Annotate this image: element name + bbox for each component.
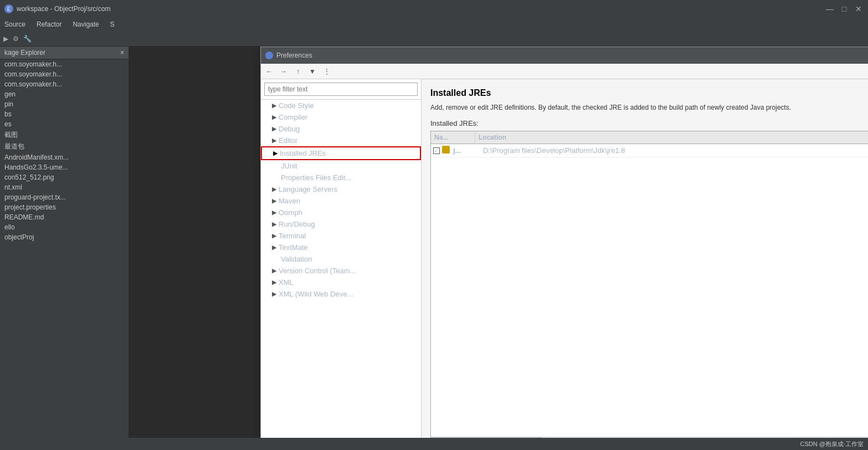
pe-item-15[interactable]: README.md bbox=[0, 212, 129, 222]
checkbox-checked-icon: ✓ bbox=[433, 147, 440, 154]
tree-item-textmate[interactable]: ▶ TextMate bbox=[261, 242, 421, 253]
jre-row-0[interactable]: ✓ j... D:\Program files\Develop\Platform… bbox=[431, 144, 868, 157]
window-title: workspace - ObjectProj/src/com bbox=[17, 5, 110, 13]
nav-forward-btn[interactable]: → bbox=[278, 65, 290, 78]
maximize-btn[interactable]: □ bbox=[839, 4, 849, 14]
nav-up-btn[interactable]: ↑ bbox=[292, 65, 304, 78]
nav-menu-btn[interactable]: ▼ bbox=[306, 65, 319, 78]
menu-bar: Source Refactor Navigate S bbox=[0, 18, 868, 31]
pe-item-5[interactable]: bs bbox=[0, 109, 129, 119]
toolbar-icon-1[interactable]: ▶ bbox=[2, 35, 9, 43]
pe-item-3[interactable]: gen bbox=[0, 89, 129, 99]
dialog-title-text: Preferences bbox=[276, 52, 312, 59]
tree-item-xml-wild[interactable]: ▶ XML (Wild Web Deve... bbox=[261, 288, 421, 300]
tree-item-validation[interactable]: Validation bbox=[261, 253, 421, 265]
pe-item-0[interactable]: com.soyomaker.h... bbox=[0, 59, 129, 69]
pe-item-14[interactable]: project.properties bbox=[0, 202, 129, 212]
tree-item-run-debug[interactable]: ▶ Run/Debug bbox=[261, 218, 421, 230]
nav-back-btn[interactable]: ← bbox=[263, 65, 275, 78]
tree-item-properties[interactable]: Properties Files Edit... bbox=[261, 172, 421, 183]
toolbar-icon-3[interactable]: 🔧 bbox=[22, 35, 33, 43]
jre-table-header: Na... Location bbox=[431, 131, 868, 144]
pe-item-2[interactable]: com.soyomaker.h... bbox=[0, 79, 129, 89]
dialog-title-bar: Preferences — □ ✕ bbox=[261, 47, 868, 64]
dialog-body: ▶ Code Style ▶ Compiler ▶ Debug bbox=[261, 79, 868, 438]
jre-table-scroll-h[interactable] bbox=[431, 437, 868, 438]
pref-tree: ▶ Code Style ▶ Compiler ▶ Debug bbox=[261, 79, 422, 438]
toolbar-icon-2[interactable]: ⚙ bbox=[12, 35, 20, 43]
jre-row-location: D:\Program files\Develop\Platform\Jdk\jr… bbox=[480, 144, 868, 157]
dialog-overlay: Preferences — □ ✕ ← → ↑ ▼ ⋮ bbox=[129, 47, 868, 438]
pe-item-1[interactable]: com.soyomaker.h... bbox=[0, 69, 129, 79]
close-btn[interactable]: ✕ bbox=[854, 4, 864, 14]
content-description: Add, remove or edit JRE definitions. By … bbox=[430, 103, 868, 113]
app-icon: E bbox=[4, 4, 13, 13]
content-title: Installed JREs bbox=[430, 88, 868, 98]
tree-item-oomph[interactable]: ▶ Oomph bbox=[261, 207, 421, 218]
dialog-title-icon bbox=[265, 52, 273, 59]
tree-item-xml[interactable]: ▶ XML bbox=[261, 277, 421, 288]
menu-navigate[interactable]: Navigate bbox=[70, 19, 101, 29]
package-explorer-close[interactable]: × bbox=[120, 49, 124, 57]
tree-item-terminal[interactable]: ▶ Terminal bbox=[261, 230, 421, 242]
tree-item-installed-jres[interactable]: ▶ Installed JREs bbox=[261, 146, 421, 160]
pe-item-4[interactable]: pin bbox=[0, 99, 129, 109]
menu-s[interactable]: S bbox=[108, 19, 117, 29]
status-bar: CSDN @孢泉成·工作室 bbox=[0, 438, 868, 450]
dialog-nav-bar: ← → ↑ ▼ ⋮ bbox=[261, 64, 868, 79]
jre-row-icon bbox=[442, 146, 452, 156]
jre-table-wrapper: Na... Location ✓ bbox=[430, 131, 868, 438]
tree-scroll-area[interactable]: ▶ Code Style ▶ Compiler ▶ Debug bbox=[261, 100, 421, 438]
editor-area: Preferences — □ ✕ ← → ↑ ▼ ⋮ bbox=[129, 47, 868, 438]
tree-item-version-control[interactable]: ▶ Version Control (Team... bbox=[261, 265, 421, 277]
pe-item-13[interactable]: proguard-project.tx... bbox=[0, 192, 129, 202]
tree-item-junit[interactable]: JUnit bbox=[261, 160, 421, 172]
package-explorer-title: kage Explorer bbox=[4, 49, 45, 57]
menu-source[interactable]: Source bbox=[2, 19, 28, 29]
title-bar: E workspace - ObjectProj/src/com — □ ✕ bbox=[0, 0, 868, 18]
jre-col-location-header: Location bbox=[475, 131, 868, 144]
jre-checkbox[interactable]: ✓ bbox=[431, 145, 442, 156]
tree-item-language-servers[interactable]: ▶ Language Servers bbox=[261, 183, 421, 195]
pe-item-10[interactable]: HandsGo2.3.5-ume... bbox=[0, 162, 129, 172]
jre-col-name-header: Na... bbox=[431, 131, 475, 144]
pe-item-17[interactable]: objectProj bbox=[0, 232, 129, 242]
tree-item-debug[interactable]: ▶ Debug bbox=[261, 123, 421, 135]
toolbar: ▶ ⚙ 🔧 bbox=[0, 31, 868, 47]
pe-item-12[interactable]: nt.xml bbox=[0, 182, 129, 192]
minimize-btn[interactable]: — bbox=[825, 4, 835, 14]
filter-input[interactable] bbox=[264, 83, 418, 96]
tree-item-maven[interactable]: ▶ Maven bbox=[261, 195, 421, 207]
jre-row-name: j... bbox=[452, 144, 480, 157]
package-explorer: kage Explorer × com.soyomaker.h... com.s… bbox=[0, 47, 129, 438]
pe-item-16[interactable]: ello bbox=[0, 222, 129, 232]
status-text: CSDN @孢泉成·工作室 bbox=[800, 440, 864, 448]
pe-item-7[interactable]: 截图 bbox=[0, 129, 129, 141]
jre-table-body[interactable]: ✓ j... D:\Program files\Develop\Platform… bbox=[431, 144, 868, 437]
preferences-dialog: Preferences — □ ✕ ← → ↑ ▼ ⋮ bbox=[260, 47, 868, 438]
tree-item-code-style[interactable]: ▶ Code Style bbox=[261, 100, 421, 111]
tree-item-editor[interactable]: ▶ Editor bbox=[261, 135, 421, 146]
pref-content: Installed JREs Add, remove or edit JRE d… bbox=[422, 79, 868, 438]
pe-item-11[interactable]: con512_512.png bbox=[0, 172, 129, 182]
pe-item-6[interactable]: es bbox=[0, 119, 129, 129]
tree-item-compiler[interactable]: ▶ Compiler bbox=[261, 111, 421, 123]
pe-item-8[interactable]: 最道包 bbox=[0, 141, 129, 152]
pe-item-9[interactable]: AndroidManifest.xm... bbox=[0, 152, 129, 162]
menu-refactor[interactable]: Refactor bbox=[34, 19, 64, 29]
nav-more-btn[interactable]: ⋮ bbox=[321, 65, 333, 78]
installed-jres-label: Installed JREs: bbox=[430, 119, 868, 127]
